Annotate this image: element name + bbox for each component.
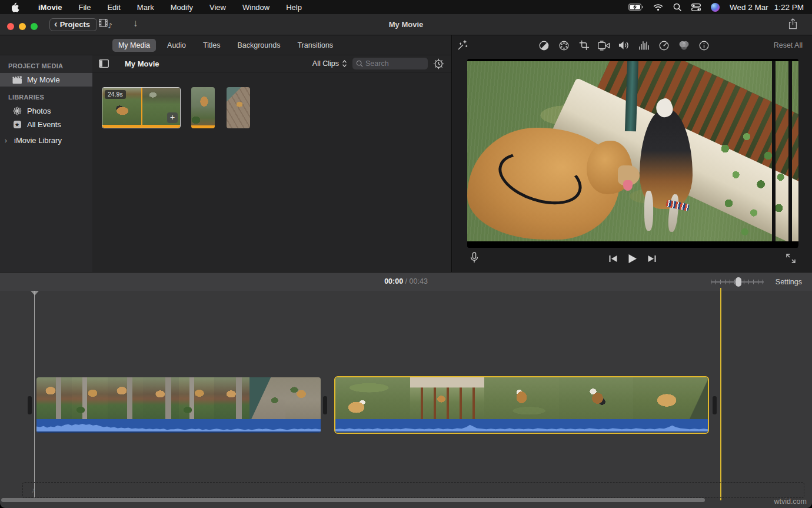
trim-handle-right[interactable] [713, 396, 717, 414]
adjustment-icons [538, 39, 710, 51]
filmstrip [36, 377, 321, 419]
media-content-area: My Movie All Clips [92, 55, 451, 272]
skimmer-line [720, 291, 721, 500]
clip-filter-icon[interactable] [678, 39, 690, 51]
audio-waveform [335, 419, 708, 433]
transport-controls [608, 254, 656, 264]
speed-icon[interactable] [658, 39, 670, 51]
clip-position-line [141, 88, 142, 128]
menu-item-modify[interactable]: Modify [162, 0, 201, 14]
sidebar-item-photos[interactable]: Photos [0, 104, 92, 118]
clip-appearance-icon[interactable] [433, 58, 444, 69]
volume-icon[interactable] [618, 39, 630, 51]
menu-clock[interactable]: Wed 2 Mar 1:22 PM [730, 3, 804, 12]
trim-handle-middle[interactable] [323, 396, 327, 414]
tab-titles[interactable]: Titles [197, 39, 226, 52]
tab-audio[interactable]: Audio [161, 39, 192, 52]
menu-item-imovie[interactable]: iMovie [30, 0, 70, 14]
timeline-zoom-slider[interactable] [711, 277, 764, 287]
search-icon [356, 60, 363, 67]
black-railing [772, 61, 798, 241]
sidebar-item-label: All Events [27, 120, 61, 129]
noise-reduction-icon[interactable] [638, 39, 650, 51]
menu-item-help[interactable]: Help [278, 0, 310, 14]
background-music-well[interactable]: ♪ [22, 482, 804, 498]
menu-bar: iMovie File Edit Mark Modify View Window… [0, 0, 812, 14]
current-time: 00:00 [384, 277, 403, 285]
zoom-slider-thumb[interactable] [736, 277, 741, 287]
menu-item-mark[interactable]: Mark [129, 0, 162, 14]
browser-tabs: My Media Audio Titles Backgrounds Transi… [0, 35, 451, 55]
sidebar-item-all-events[interactable]: ★ All Events [0, 118, 92, 131]
selected-range-strip [191, 125, 215, 128]
imovie-window: iMovie File Edit Mark Modify View Window… [0, 0, 812, 508]
clip-duration-badge: 24.9s [105, 90, 126, 99]
tab-transitions[interactable]: Transitions [291, 39, 339, 52]
menu-date: Wed 2 Mar [730, 3, 768, 12]
playhead-triangle [31, 291, 39, 295]
color-correction-icon[interactable] [558, 39, 570, 51]
media-group-title: My Movie [125, 59, 159, 68]
battery-icon[interactable] [628, 4, 643, 11]
skip-back-button[interactable] [608, 255, 617, 263]
sidebar-item-my-movie[interactable]: My Movie [0, 73, 92, 87]
timeline-clip-2-selected[interactable] [334, 376, 709, 434]
crop-icon[interactable] [578, 39, 590, 51]
timeline-scrollbar[interactable] [1, 498, 705, 502]
audio-waveform [36, 419, 321, 433]
viewer-controls [452, 250, 812, 270]
video-preview[interactable] [467, 59, 798, 248]
apple-menu-icon[interactable] [12, 2, 19, 12]
reset-all-button[interactable]: Reset All [774, 41, 803, 49]
spotlight-search-icon[interactable] [673, 3, 681, 11]
menu-item-view[interactable]: View [201, 0, 234, 14]
play-button[interactable] [627, 254, 637, 264]
photos-flower-icon [12, 107, 22, 115]
viewer-pane: Reset All [452, 35, 812, 272]
timeline[interactable]: ♪ wtvid.com [0, 291, 812, 508]
timeline-settings-button[interactable]: Settings [776, 278, 802, 286]
control-center-icon[interactable] [691, 4, 701, 11]
tab-backgrounds[interactable]: Backgrounds [231, 39, 286, 52]
timeline-clip-1[interactable] [36, 377, 321, 433]
project-media-header: PROJECT MEDIA [0, 55, 92, 73]
sidebar-toggle-icon[interactable] [99, 59, 109, 68]
music-note-icon: ♪ [31, 486, 35, 494]
chevron-right-icon[interactable]: › [2, 136, 9, 145]
clip-info-icon[interactable] [698, 39, 710, 51]
libraries-header: LIBRARIES [0, 87, 92, 104]
share-icon[interactable] [788, 18, 797, 29]
menu-item-file[interactable]: File [70, 0, 99, 14]
sidebar-item-imovie-library[interactable]: › iMovie Library [0, 134, 92, 147]
window-title: My Movie [0, 20, 812, 29]
timecode: 00:00 / 00:43 [0, 277, 812, 285]
search-field[interactable] [352, 58, 428, 69]
browser-clip-3[interactable] [227, 87, 250, 128]
fullscreen-icon[interactable] [786, 254, 796, 263]
playhead[interactable] [34, 291, 35, 500]
menu-time: 1:22 PM [774, 3, 804, 12]
video-scene [467, 61, 798, 241]
color-balance-icon[interactable] [538, 39, 550, 51]
skip-forward-button[interactable] [647, 255, 656, 263]
stabilization-icon[interactable] [598, 39, 610, 51]
add-to-timeline-button[interactable]: + [167, 112, 178, 123]
siri-icon[interactable] [711, 3, 720, 12]
menu-item-edit[interactable]: Edit [99, 0, 128, 14]
viewer-toolbar: Reset All [452, 35, 812, 55]
browser-clip-2[interactable] [191, 87, 215, 128]
wifi-icon[interactable] [653, 4, 663, 11]
tab-my-media[interactable]: My Media [112, 39, 156, 52]
menu-status-area: Wed 2 Mar 1:22 PM [628, 3, 812, 12]
search-input[interactable] [365, 59, 424, 68]
sidebar: PROJECT MEDIA My Movie LIBRARIES Photos … [0, 55, 92, 272]
media-browser-pane: My Media Audio Titles Backgrounds Transi… [0, 35, 452, 272]
clip-filter-dropdown[interactable]: All Clips [312, 59, 347, 68]
browser-clip-1[interactable]: 24.9s + [102, 87, 181, 128]
trim-handle-left[interactable] [28, 396, 32, 414]
stepper-icon [342, 59, 347, 68]
timeline-header: 00:00 / 00:43 Settings [0, 272, 812, 291]
menu-item-window[interactable]: Window [234, 0, 278, 14]
enhance-wand-icon[interactable] [457, 39, 468, 51]
voiceover-mic-icon[interactable] [470, 252, 478, 265]
